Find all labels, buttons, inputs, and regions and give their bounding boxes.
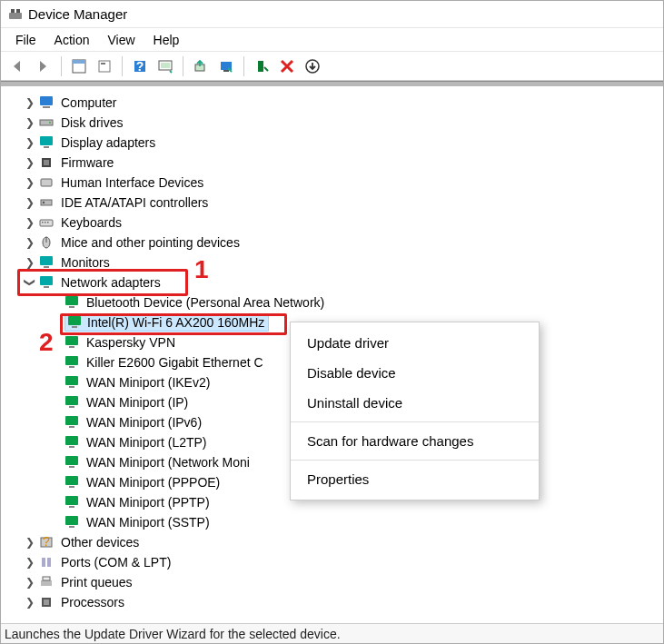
svg-rect-34 xyxy=(44,266,49,268)
toolbar-sep xyxy=(183,56,183,76)
tree-node-keyboards[interactable]: ❯ Keyboards xyxy=(21,213,663,233)
svg-rect-50 xyxy=(69,426,74,428)
cpu-icon xyxy=(39,594,55,610)
tree-node-other-devices[interactable]: ❯ ? Other devices xyxy=(21,532,663,552)
svg-rect-47 xyxy=(65,396,78,405)
other-icon: ? xyxy=(39,534,55,550)
network-icon xyxy=(39,274,55,291)
svg-rect-0 xyxy=(9,13,22,19)
adapter-icon xyxy=(64,474,81,490)
svg-rect-13 xyxy=(223,70,229,72)
tree-node-mice[interactable]: ❯ Mice and other pointing devices xyxy=(21,233,663,253)
tree-node-computer[interactable]: ❯ Computer xyxy=(21,93,663,113)
ctx-scan-hardware[interactable]: Scan for hardware changes xyxy=(291,426,539,456)
tree-node-print-queues[interactable]: ❯ Print queues xyxy=(21,572,663,592)
node-label: Intel(R) Wi-Fi 6 AX200 160MHz xyxy=(87,315,264,330)
expand-icon[interactable]: ❯ xyxy=(21,236,39,249)
ctx-sep xyxy=(291,460,539,461)
svg-rect-30 xyxy=(47,222,49,223)
collapse-icon[interactable]: ❯ xyxy=(24,273,36,292)
expand-icon[interactable]: ❯ xyxy=(21,216,39,229)
toolbar-help[interactable]: ? xyxy=(128,54,152,78)
svg-rect-23 xyxy=(44,160,49,165)
toolbar-enable[interactable] xyxy=(250,54,273,78)
toolbar: ? xyxy=(1,52,663,81)
toolbar-scan[interactable] xyxy=(154,54,177,78)
node-label: Computer xyxy=(59,94,118,111)
tree-node-network-adapters[interactable]: ❯ Network adapters xyxy=(21,272,663,292)
toolbar-disable[interactable] xyxy=(275,54,299,78)
ide-icon xyxy=(39,194,55,211)
tree-node-ide[interactable]: ❯ IDE ATA/ATAPI controllers xyxy=(21,193,663,213)
node-label: Human Interface Devices xyxy=(59,174,205,191)
svg-rect-21 xyxy=(44,146,49,148)
menu-view[interactable]: View xyxy=(98,29,144,51)
svg-rect-53 xyxy=(65,456,78,465)
svg-rect-64 xyxy=(47,558,51,567)
node-label: Monitors xyxy=(59,254,112,271)
expand-icon[interactable]: ❯ xyxy=(21,176,39,189)
expand-icon[interactable]: ❯ xyxy=(21,256,39,269)
tree-node-processors[interactable]: ❯ Processors xyxy=(21,592,663,612)
node-label: WAN Miniport (IKEv2) xyxy=(84,374,212,391)
expand-icon[interactable]: ❯ xyxy=(21,116,39,129)
tree-node-disk-drives[interactable]: ❯ Disk drives xyxy=(21,113,663,133)
node-label: WAN Miniport (L2TP) xyxy=(84,434,209,451)
svg-rect-35 xyxy=(40,276,53,285)
tree-node-firmware[interactable]: ❯ Firmware xyxy=(21,153,663,173)
tree-node-monitors[interactable]: ❯ Monitors xyxy=(21,253,663,272)
adapter-icon xyxy=(64,494,81,510)
toolbar-show-hide[interactable] xyxy=(67,54,91,78)
tree-node-hid[interactable]: ❯ Human Interface Devices xyxy=(21,173,663,193)
menu-file[interactable]: File xyxy=(6,29,45,51)
ctx-uninstall-device[interactable]: Uninstall device xyxy=(291,388,539,418)
display-icon xyxy=(39,134,55,151)
mouse-icon xyxy=(39,234,55,251)
svg-rect-58 xyxy=(69,506,74,508)
svg-rect-42 xyxy=(69,346,74,348)
ctx-disable-device[interactable]: Disable device xyxy=(291,358,539,388)
expand-icon[interactable]: ❯ xyxy=(21,556,39,569)
expand-icon[interactable]: ❯ xyxy=(21,156,39,169)
tree-node-ports[interactable]: ❯ Ports (COM & LPT) xyxy=(21,552,663,572)
svg-text:?: ? xyxy=(43,535,50,549)
node-label: Mice and other pointing devices xyxy=(59,234,242,251)
ctx-properties[interactable]: Properties xyxy=(291,464,539,494)
expand-icon[interactable]: ❯ xyxy=(21,596,39,609)
tree-node-display-adapters[interactable]: ❯ Display adapters xyxy=(21,133,663,153)
toolbar-down[interactable] xyxy=(301,54,324,78)
tree-node-adapter[interactable]: Bluetooth Device (Personal Area Network) xyxy=(21,292,663,312)
svg-rect-20 xyxy=(40,136,53,145)
menu-help[interactable]: Help xyxy=(144,29,189,51)
svg-text:?: ? xyxy=(136,59,144,74)
tree-content: ❯ Computer ❯ Disk drives ❯ Display adapt… xyxy=(1,87,663,623)
node-label: Bluetooth Device (Personal Area Network) xyxy=(84,294,326,311)
expand-icon[interactable]: ❯ xyxy=(21,576,39,589)
ctx-update-driver[interactable]: Update driver xyxy=(291,328,539,358)
menu-action[interactable]: Action xyxy=(45,29,99,51)
tree-node-adapter[interactable]: WAN Miniport (SSTP) xyxy=(21,512,663,532)
expand-icon[interactable]: ❯ xyxy=(21,136,39,149)
node-label: WAN Miniport (IP) xyxy=(84,394,190,411)
toolbar-uninstall[interactable] xyxy=(214,54,238,78)
expand-icon[interactable]: ❯ xyxy=(21,196,39,209)
toolbar-sep xyxy=(61,56,62,76)
svg-rect-44 xyxy=(69,366,74,368)
toolbar-update-driver[interactable] xyxy=(189,54,213,78)
expand-icon[interactable]: ❯ xyxy=(21,96,39,109)
node-label: Keyboards xyxy=(59,214,124,231)
toolbar-forward[interactable] xyxy=(32,54,55,78)
svg-rect-2 xyxy=(16,9,20,13)
adapter-icon xyxy=(64,454,81,471)
svg-rect-45 xyxy=(65,376,78,385)
node-label: Display adapters xyxy=(59,134,157,151)
svg-rect-17 xyxy=(43,106,50,108)
svg-rect-46 xyxy=(69,386,74,388)
computer-icon xyxy=(39,94,55,111)
toolbar-back[interactable] xyxy=(6,54,30,78)
toolbar-properties[interactable] xyxy=(93,54,116,78)
expand-icon[interactable]: ❯ xyxy=(21,536,39,549)
toolbar-sep xyxy=(243,56,244,76)
svg-rect-52 xyxy=(69,446,74,448)
adapter-icon xyxy=(64,374,81,391)
